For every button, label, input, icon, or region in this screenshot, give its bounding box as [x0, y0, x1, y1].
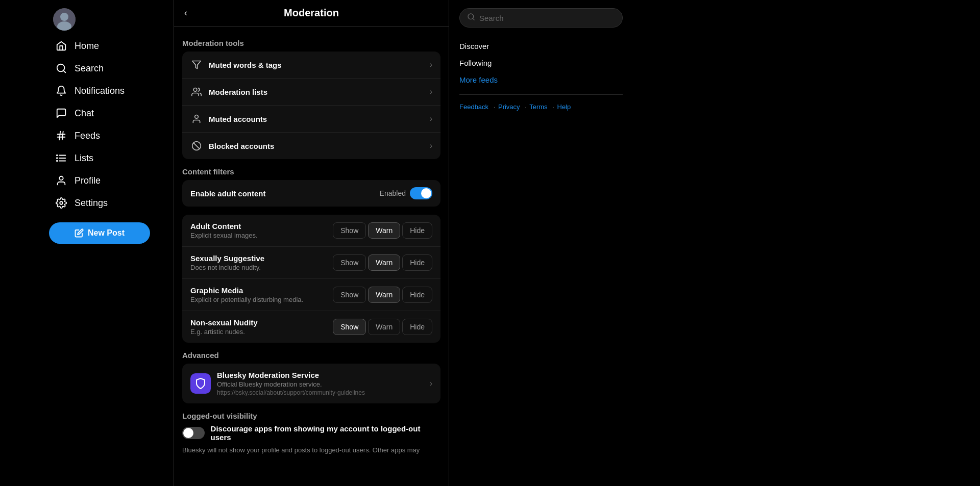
- logout-desc: Bluesky will not show your profile and p…: [182, 446, 440, 455]
- filter-desc-suggestive: Does not include nudity.: [190, 264, 333, 271]
- svg-point-16: [60, 201, 63, 204]
- home-icon: [55, 40, 67, 52]
- right-links: Discover Following More feeds: [459, 38, 623, 88]
- logout-section-title: Logged-out visibility: [182, 412, 440, 420]
- svg-line-7: [59, 132, 60, 140]
- right-sidebar: Discover Following More feeds Feedback ·…: [449, 0, 633, 486]
- show-button-graphic[interactable]: Show: [333, 287, 366, 303]
- bell-icon: [55, 85, 67, 97]
- filter-desc-graphic: Explicit or potentially disturbing media…: [190, 296, 333, 303]
- filter-title-suggestive: Sexually Suggestive: [190, 254, 333, 263]
- sidebar-item-notifications-label: Notifications: [75, 86, 125, 96]
- person-muted-icon: [190, 113, 203, 125]
- privacy-link[interactable]: Privacy: [498, 103, 520, 111]
- advanced-section-title: Advanced: [182, 351, 440, 360]
- blocked-accounts-item[interactable]: Blocked accounts ›: [182, 133, 440, 159]
- back-button[interactable]: ‹: [184, 8, 187, 18]
- warn-button-suggestive[interactable]: Warn: [368, 254, 400, 271]
- filter-desc-nudity: E.g. artistic nudes.: [190, 328, 333, 336]
- logout-toggle-switch[interactable]: [182, 427, 205, 439]
- new-post-button[interactable]: New Post: [49, 222, 150, 244]
- hide-button-graphic[interactable]: Hide: [402, 287, 432, 303]
- feedback-link[interactable]: Feedback: [459, 103, 488, 111]
- svg-line-8: [62, 132, 63, 140]
- sidebar-item-home[interactable]: Home: [49, 35, 161, 57]
- show-button-adult[interactable]: Show: [333, 222, 366, 239]
- show-button-nudity[interactable]: Show: [333, 319, 366, 335]
- svg-line-21: [193, 143, 200, 149]
- advanced-service-card[interactable]: Bluesky Moderation Service Official Blue…: [182, 364, 440, 403]
- warn-button-nudity[interactable]: Warn: [368, 319, 400, 335]
- service-name: Bluesky Moderation Service: [217, 371, 430, 379]
- sidebar-item-search[interactable]: Search: [49, 57, 161, 80]
- blocked-accounts-label: Blocked accounts: [209, 142, 430, 150]
- sidebar-item-profile[interactable]: Profile: [49, 169, 161, 192]
- warn-button-graphic[interactable]: Warn: [368, 287, 400, 303]
- discover-link[interactable]: Discover: [459, 38, 623, 55]
- filter-title-graphic: Graphic Media: [190, 286, 333, 295]
- svg-point-13: [57, 158, 58, 159]
- filter-row-nudity: Non-sexual Nudity E.g. artistic nudes. S…: [182, 311, 440, 343]
- sidebar-item-settings-label: Settings: [75, 198, 108, 209]
- filter-icon: [190, 59, 203, 71]
- moderation-lists-item[interactable]: Moderation lists ›: [182, 79, 440, 106]
- service-desc: Official Bluesky moderation service.: [217, 380, 430, 388]
- list-icon: [55, 152, 67, 164]
- sidebar-item-settings[interactable]: Settings: [49, 192, 161, 214]
- muted-accounts-item[interactable]: Muted accounts ›: [182, 106, 440, 133]
- service-url: https://bsky.social/about/support/commun…: [217, 389, 430, 396]
- filter-btn-group-suggestive: Show Warn Hide: [333, 254, 432, 271]
- adult-toggle-switch[interactable]: [410, 187, 432, 199]
- service-icon: [190, 373, 211, 394]
- logout-toggle-row: Discourage apps from showing my account …: [182, 424, 440, 442]
- adult-content-toggle-row: Enable adult content Enabled: [182, 180, 440, 207]
- right-footer: Feedback · Privacy · Terms · Help: [459, 103, 623, 111]
- hash-icon: [55, 130, 67, 142]
- search-icon: [55, 62, 67, 74]
- muted-words-item[interactable]: Muted words & tags ›: [182, 52, 440, 79]
- filter-info-suggestive: Sexually Suggestive Does not include nud…: [190, 254, 333, 271]
- svg-marker-17: [192, 61, 201, 69]
- help-link[interactable]: Help: [557, 103, 571, 111]
- following-link[interactable]: Following: [459, 55, 623, 71]
- sidebar-item-feeds[interactable]: Feeds: [49, 124, 161, 147]
- content-filters-card: Adult Content Explicit sexual images. Sh…: [182, 215, 440, 343]
- filter-info-nudity: Non-sexual Nudity E.g. artistic nudes.: [190, 318, 333, 336]
- hide-button-nudity[interactable]: Hide: [402, 319, 432, 335]
- moderation-tools-section-title: Moderation tools: [182, 39, 440, 47]
- sidebar-item-notifications[interactable]: Notifications: [49, 80, 161, 102]
- hide-button-adult[interactable]: Hide: [402, 222, 432, 239]
- shield-icon: [194, 377, 207, 390]
- sidebar-item-lists-label: Lists: [75, 153, 93, 164]
- terms-link[interactable]: Terms: [529, 103, 547, 111]
- search-input[interactable]: [479, 14, 615, 22]
- left-sidebar: Home Search Notifications: [0, 0, 174, 486]
- search-box[interactable]: [459, 8, 623, 28]
- chevron-right-icon: ›: [430, 114, 432, 123]
- avatar[interactable]: [53, 8, 76, 31]
- logout-visibility-section: Discourage apps from showing my account …: [182, 424, 440, 455]
- sidebar-item-lists[interactable]: Lists: [49, 147, 161, 169]
- sidebar-item-chat[interactable]: Chat: [49, 102, 161, 124]
- sidebar-item-chat-label: Chat: [75, 108, 94, 119]
- moderation-lists-label: Moderation lists: [209, 88, 430, 96]
- chat-icon: [55, 107, 67, 119]
- sidebar-item-home-label: Home: [75, 41, 99, 52]
- show-button-suggestive[interactable]: Show: [333, 254, 366, 271]
- filter-desc-adult: Explicit sexual images.: [190, 232, 333, 239]
- svg-line-4: [63, 70, 65, 72]
- search-icon: [467, 13, 475, 23]
- filter-title-nudity: Non-sexual Nudity: [190, 318, 333, 327]
- logout-toggle-label: Discourage apps from showing my account …: [211, 424, 440, 442]
- hide-button-suggestive[interactable]: Hide: [402, 254, 432, 271]
- svg-point-12: [57, 155, 58, 156]
- gear-icon: [55, 197, 67, 209]
- sidebar-item-profile-label: Profile: [75, 175, 101, 186]
- more-feeds-link[interactable]: More feeds: [459, 71, 623, 88]
- svg-point-14: [57, 161, 58, 162]
- filter-info-adult: Adult Content Explicit sexual images.: [190, 222, 333, 239]
- warn-button-adult[interactable]: Warn: [368, 222, 400, 239]
- filter-btn-group-graphic: Show Warn Hide: [333, 287, 432, 303]
- sidebar-item-search-label: Search: [75, 63, 104, 74]
- muted-words-label: Muted words & tags: [209, 61, 430, 69]
